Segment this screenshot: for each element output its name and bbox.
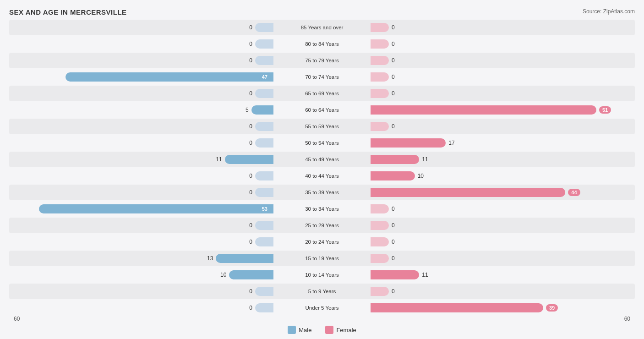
female-value: 0 [392,288,401,295]
left-side: 0 [9,135,276,151]
chart-row: 05 to 9 Years0 [9,284,635,299]
age-label: 30 to 34 Years [276,206,368,212]
female-bar-stub [371,237,389,246]
chart-row: 0Under 5 Years39 [9,300,635,316]
male-bar-stub [255,138,273,148]
legend-male-box [288,326,296,334]
female-bar-stub [371,221,389,230]
female-bar-stub [371,204,389,213]
female-bar-stub [371,254,389,263]
male-bar-stub [255,221,273,230]
male-value: 10 [217,272,226,278]
chart-container: SEX AND AGE IN MERCERSVILLE Source: ZipA… [0,0,644,339]
male-value: 0 [243,41,252,47]
female-value: 17 [448,140,458,146]
chart-row: 080 to 84 Years0 [9,36,635,52]
right-side: 0 [368,20,635,35]
male-value: 0 [243,24,252,31]
age-label: 65 to 69 Years [276,91,368,96]
male-value: 5 [240,107,249,113]
female-value: 0 [392,24,401,31]
age-label: 50 to 54 Years [276,140,368,146]
female-value: 0 [392,206,401,212]
chart-row: 020 to 24 Years0 [9,234,635,250]
left-side: 4747 [9,69,276,85]
male-value: 0 [243,305,252,311]
age-label: 45 to 49 Years [276,157,368,162]
female-value: 0 [392,239,401,245]
right-side: 0 [368,86,635,101]
chart-row: 085 Years and over0 [9,20,635,35]
female-value: 11 [422,156,431,163]
female-bar [371,270,419,279]
female-bar-stub [371,56,389,65]
axis-left: 60 [14,316,20,322]
chart-row: 050 to 54 Years17 [9,135,635,151]
right-side: 17 [368,135,635,151]
age-label: 55 to 59 Years [276,124,368,129]
legend-male: Male [288,326,311,334]
chart-row: 474770 to 74 Years0 [9,69,635,85]
left-side: 10 [9,267,276,283]
right-side: 0 [368,234,635,250]
male-value: 0 [243,90,252,97]
right-side: 0 [368,284,635,299]
male-bar-stub [255,23,273,32]
left-side: 5 [9,102,276,118]
right-side: 0 [368,218,635,233]
left-side: 0 [9,284,276,299]
age-label: Under 5 Years [276,305,368,311]
right-side: 0 [368,119,635,134]
female-value: 11 [422,272,431,278]
female-value: 0 [392,57,401,64]
left-side: 0 [9,300,276,316]
female-bar-stub [371,287,389,296]
female-bar-stub [371,23,389,32]
male-value: 0 [243,57,252,64]
chart-row: 535330 to 34 Years0 [9,201,635,217]
left-side: 0 [9,119,276,134]
age-label: 85 Years and over [276,25,368,30]
left-side: 0 [9,218,276,233]
male-value: 0 [243,123,252,130]
female-bar [371,303,543,312]
chart-row: 035 to 39 Years44 [9,185,635,200]
age-label: 60 to 64 Years [276,107,368,113]
female-value: 0 [392,222,401,229]
male-bar: 47 [65,72,273,82]
male-bar [251,105,273,115]
male-bar [216,254,273,263]
right-side: 10 [368,168,635,184]
chart-row: 560 to 64 Years51 [9,102,635,118]
female-bar-stub [371,39,389,49]
age-label: 75 to 79 Years [276,58,368,63]
female-value: 0 [392,74,401,80]
chart-row: 055 to 59 Years0 [9,119,635,134]
female-bar [371,155,419,164]
chart-row: 040 to 44 Years10 [9,168,635,184]
female-value: 0 [392,255,401,262]
male-value: 0 [243,222,252,229]
male-bar-stub [255,39,273,49]
right-side: 0 [368,201,635,217]
right-side: 11 [368,267,635,283]
male-bar-stub [255,89,273,98]
right-side: 11 [368,152,635,167]
male-bar-stub [255,287,273,296]
right-side: 39 [368,300,635,316]
age-label: 80 to 84 Years [276,41,368,47]
axis-right: 60 [624,316,630,322]
left-side: 5353 [9,201,276,217]
female-bar-stub [371,89,389,98]
female-bar [371,171,415,180]
male-bar-stub [255,303,273,312]
female-value: 0 [392,90,401,97]
male-bar-stub [255,56,273,65]
male-bar-stub [255,237,273,246]
legend-female-box [325,326,333,334]
left-side: 13 [9,251,276,266]
chart-source: Source: ZipAtlas.com [583,8,635,15]
left-side: 0 [9,53,276,68]
left-side: 0 [9,36,276,52]
female-bar [371,105,596,115]
